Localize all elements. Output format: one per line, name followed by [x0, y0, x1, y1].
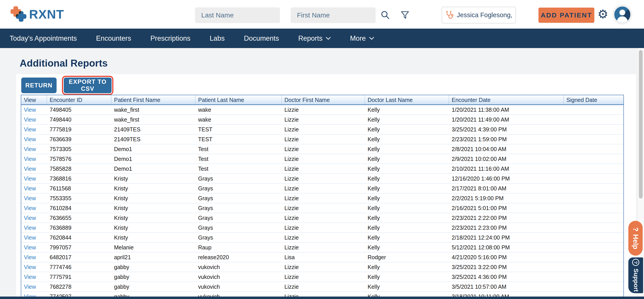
signed-date-cell — [564, 144, 624, 154]
table-row: View 7636639 21409TES TEST Lizzie Kelly … — [21, 135, 624, 144]
encounter-date-cell: 2/17/2021 8:01:00 AM — [449, 184, 564, 193]
patient-first-name-cell: wake_first — [111, 115, 196, 124]
patient-last-name-cell: Grays — [196, 203, 282, 213]
nav-item-labs[interactable]: Labs — [210, 34, 225, 42]
view-link[interactable]: View — [24, 264, 36, 270]
view-link[interactable]: View — [24, 284, 36, 290]
view-link[interactable]: View — [24, 126, 36, 133]
filter-icon[interactable] — [400, 10, 410, 20]
column-header-view[interactable]: View — [21, 95, 47, 104]
signed-date-cell — [564, 174, 624, 183]
avatar-person-icon — [620, 9, 625, 15]
doctor-last-name-cell: Kelly — [365, 144, 449, 154]
table-row: View 7636655 Kristy Grays Lizzie Kelly 2… — [21, 213, 624, 223]
table-row: View 7498440 wake_first wake Lizzie Kell… — [21, 115, 624, 125]
signed-date-cell — [564, 203, 624, 213]
nav-item-reports[interactable]: Reports — [298, 34, 331, 42]
view-link[interactable]: View — [24, 175, 36, 182]
export-to-csv-button[interactable]: EXPORT TO CSV — [64, 77, 112, 93]
view-link[interactable]: View — [24, 225, 36, 231]
encounter-date-cell: 2/18/2021 12:24:00 PM — [449, 233, 564, 242]
add-patient-button[interactable]: ADD PATIENT — [538, 7, 594, 23]
column-header-doctor-last-name[interactable]: Doctor Last Name — [365, 95, 449, 104]
nav-item-todays-appointments[interactable]: Today's Appointments — [10, 34, 77, 42]
column-header-encounter-date[interactable]: Encounter Date — [449, 95, 564, 104]
doctor-first-name-cell: Lizzie — [282, 164, 365, 173]
encounter-id-cell: 7578576 — [47, 154, 111, 164]
provider-selector[interactable]: Jessica Foglesong,... — [442, 7, 516, 23]
view-cell: View — [21, 262, 47, 272]
signed-date-cell — [564, 125, 624, 134]
support-tab[interactable]: ? Support — [628, 258, 643, 293]
view-link[interactable]: View — [24, 156, 36, 162]
view-link[interactable]: View — [24, 116, 36, 123]
encounter-date-cell: 2/10/2021 11:16:00 AM — [449, 164, 564, 173]
nav-item-encounters[interactable]: Encounters — [96, 34, 131, 42]
view-link[interactable]: View — [24, 136, 36, 142]
column-header-signed-date[interactable]: Signed Date — [564, 95, 624, 104]
view-link[interactable]: View — [24, 195, 36, 201]
table-header-row: View Encounter ID Patient First Name Pat… — [21, 95, 624, 105]
patient-first-name-cell: Demo1 — [111, 164, 196, 173]
last-name-input[interactable] — [195, 7, 280, 23]
nav-item-more[interactable]: More — [350, 34, 374, 42]
scrollbar-thumb[interactable] — [639, 50, 643, 198]
encounter-id-cell: 7636655 — [47, 213, 111, 223]
patient-last-name-cell: Test — [196, 144, 282, 154]
doctor-last-name-cell: Kelly — [365, 233, 449, 242]
column-header-patient-first-name[interactable]: Patient First Name — [111, 95, 196, 104]
help-tab-label: Help — [632, 234, 640, 249]
nav-item-prescriptions[interactable]: Prescriptions — [150, 34, 190, 42]
stethoscope-icon — [446, 10, 454, 20]
encounter-date-cell: 2/23/2021 2:22:00 PM — [449, 213, 564, 223]
view-link[interactable]: View — [24, 205, 36, 211]
view-link[interactable]: View — [24, 185, 36, 192]
encounter-date-cell: 2/2/2021 5:19:00 PM — [449, 194, 564, 203]
encounter-id-cell: 7636639 — [47, 135, 111, 144]
view-link[interactable]: View — [24, 244, 36, 251]
doctor-first-name-cell: Lizzie — [282, 282, 365, 292]
logo-cross-icon — [10, 6, 26, 22]
view-link[interactable]: View — [24, 166, 36, 172]
user-avatar[interactable] — [614, 6, 631, 23]
patient-last-name-cell: TEST — [196, 135, 282, 144]
return-button[interactable]: RETURN — [21, 77, 56, 93]
view-cell: View — [21, 233, 47, 242]
settings-gear-icon[interactable]: ⚙ — [598, 7, 608, 21]
view-link[interactable]: View — [24, 215, 36, 221]
column-header-doctor-first-name[interactable]: Doctor First Name — [282, 95, 365, 104]
view-cell: View — [21, 253, 47, 262]
patient-first-name-cell: april21 — [111, 253, 196, 262]
signed-date-cell — [564, 243, 624, 252]
doctor-last-name-cell: Kelly — [365, 282, 449, 292]
view-cell: View — [21, 135, 47, 144]
nav-item-documents[interactable]: Documents — [244, 34, 279, 42]
encounter-date-cell: 3/25/2021 3:22:00 PM — [449, 262, 564, 272]
view-link[interactable]: View — [24, 146, 36, 152]
help-tab[interactable]: ? Help — [628, 221, 643, 256]
view-link[interactable]: View — [24, 234, 36, 241]
signed-date-cell — [564, 194, 624, 203]
view-link[interactable]: View — [24, 274, 36, 280]
main-nav-bar: Today's Appointments Encounters Prescrip… — [0, 29, 644, 48]
doctor-last-name-cell: Kelly — [365, 203, 449, 213]
doctor-first-name-cell: Lizzie — [282, 262, 365, 272]
patient-first-name-cell: Kristy — [111, 194, 196, 203]
patient-last-name-cell: Grays — [196, 194, 282, 203]
encounter-id-cell: 7368816 — [47, 174, 111, 183]
column-header-encounter-id[interactable]: Encounter ID — [47, 95, 111, 104]
search-icon[interactable] — [380, 10, 390, 20]
encounter-id-cell: 7775819 — [47, 125, 111, 134]
bottom-bar — [0, 297, 644, 299]
column-header-patient-last-name[interactable]: Patient Last Name — [196, 95, 282, 104]
view-link[interactable]: View — [24, 254, 36, 260]
view-cell: View — [21, 174, 47, 183]
first-name-input[interactable] — [291, 7, 376, 23]
help-question-mark: ? — [632, 227, 640, 232]
patient-last-name-cell: release2020 — [196, 253, 282, 262]
view-link[interactable]: View — [24, 107, 36, 113]
rxnt-logo[interactable]: RXNT — [10, 6, 64, 22]
doctor-last-name-cell: Kelly — [365, 105, 449, 114]
doctor-first-name-cell: Lizzie — [282, 194, 365, 203]
view-cell: View — [21, 164, 47, 173]
